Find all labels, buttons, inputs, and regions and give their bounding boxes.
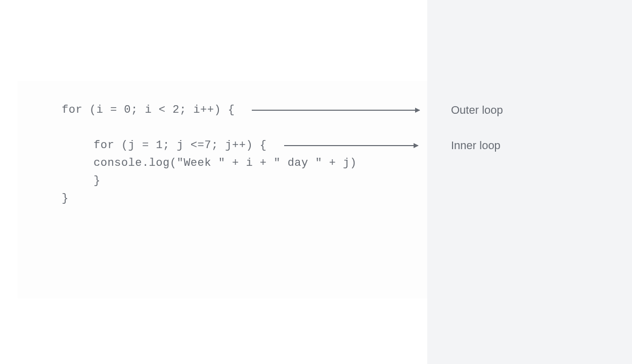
code-line-console-log: console.log("Week " + i + " day " + j)	[94, 157, 357, 169]
arrow-inner-loop	[284, 145, 418, 146]
arrow-outer-loop	[252, 110, 420, 111]
code-line-outer-close: }	[62, 192, 69, 205]
code-line-inner-close: }	[94, 174, 101, 187]
code-line-outer-for: for (i = 0; i < 2; i++) {	[62, 104, 235, 116]
label-outer-loop: Outer loop	[451, 104, 503, 117]
label-inner-loop: Inner loop	[451, 139, 501, 152]
right-panel	[427, 0, 632, 364]
code-line-inner-for: for (j = 1; j <=7; j++) {	[94, 139, 267, 152]
